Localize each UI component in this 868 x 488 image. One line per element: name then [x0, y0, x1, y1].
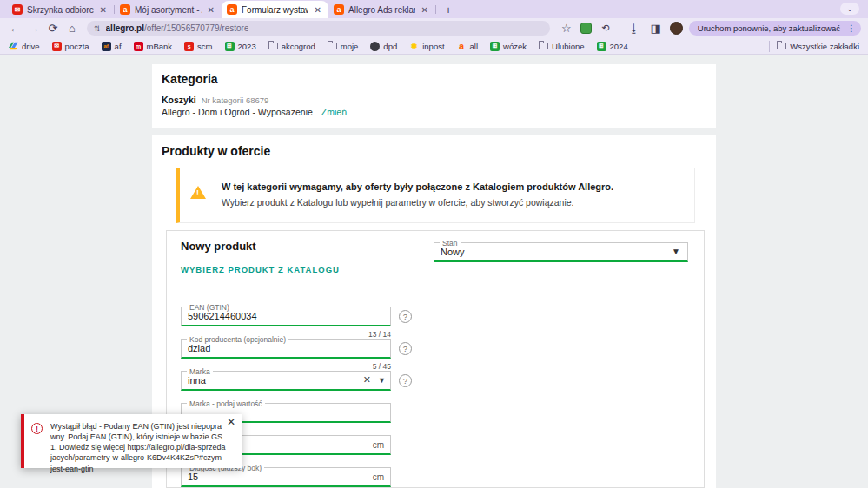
- bookmark-inpost[interactable]: ✹ inpost: [409, 42, 444, 51]
- products-title: Produkty w ofercie: [162, 144, 270, 158]
- tab-close-icon[interactable]: ✕: [313, 5, 323, 15]
- category-card: Kategoria KoszykiNr kategorii 68679 Alle…: [152, 64, 716, 128]
- site-settings-icon[interactable]: ⇅: [94, 24, 101, 33]
- category-number: Nr kategorii 68679: [202, 96, 269, 105]
- error-toast: ! Wystąpił błąd - Podany EAN (GTIN) jest…: [21, 414, 242, 468]
- drive-icon: [9, 42, 18, 51]
- tab-close-icon[interactable]: ✕: [98, 5, 109, 15]
- bookmark-ulubione[interactable]: Ulubione: [539, 42, 585, 51]
- tab-allegro-ads[interactable]: a Allegro Ads reklama Twoich o ✕: [328, 1, 435, 18]
- manufacturer-code-help-icon[interactable]: ?: [399, 342, 412, 355]
- select-from-catalog-link[interactable]: WYBIERZ PRODUKT Z KATALOGU: [181, 265, 340, 274]
- tab-title: Skrzynka odbiorcza - Poczta: [27, 5, 94, 15]
- tab-close-icon[interactable]: ✕: [420, 5, 430, 15]
- tab-close-icon[interactable]: ✕: [206, 5, 216, 15]
- bookmark-label: moje: [341, 42, 359, 51]
- tab-title: Allegro Ads reklama Twoich o: [348, 5, 415, 15]
- dpd-icon: [370, 42, 380, 51]
- bookmark-2023[interactable]: ⊞ 2023: [225, 42, 256, 51]
- bookmark-label: akcogrod: [282, 42, 315, 51]
- af-icon: af: [102, 42, 111, 51]
- address-bar[interactable]: ⇅ allegro.pl/offer/15056570779/restore: [87, 21, 550, 36]
- folder-icon: [328, 42, 337, 51]
- tab-search-button[interactable]: ⌄: [840, 3, 859, 15]
- brand-combobox[interactable]: Marka inna ✕ ▼: [181, 371, 391, 391]
- warning-triangle-icon: [190, 186, 206, 199]
- warning-text: Wybierz produkt z Katalogu lub wypełnij …: [222, 197, 574, 208]
- brand-custom-value-label: Marka - podaj wartość: [187, 399, 265, 408]
- forward-icon[interactable]: →: [26, 21, 42, 36]
- clear-icon[interactable]: ✕: [363, 374, 371, 386]
- new-tab-button[interactable]: +: [441, 3, 455, 16]
- tab-offer-form-active[interactable]: a Formularz wystawiania ✕: [222, 1, 328, 18]
- extensions-puzzle-icon[interactable]: ⟲: [598, 21, 613, 36]
- brand-combo-icons: ✕ ▼: [363, 374, 386, 386]
- browser-window: ✉ Skrzynka odbiorcza - Poczta ✕ a Mój as…: [0, 0, 868, 488]
- home-icon[interactable]: ⌂: [64, 21, 80, 36]
- bookmark-2024[interactable]: ⊞ 2024: [597, 42, 628, 51]
- category-path-row: Allegro - Dom i Ogród - WyposażenieZmień: [162, 107, 347, 117]
- url-path: /offer/15056570779/restore: [144, 23, 248, 33]
- folder-icon: [777, 42, 786, 51]
- manufacturer-code-field[interactable]: Kod producenta (opcjonalnie) dziad: [181, 339, 391, 359]
- bookmark-moje[interactable]: moje: [328, 42, 359, 51]
- tab-inbox[interactable]: ✉ Skrzynka odbiorcza - Poczta ✕: [7, 1, 114, 18]
- bookmark-af[interactable]: af af: [102, 42, 122, 51]
- bookmark-wozek[interactable]: ⊞ wózek: [490, 42, 527, 51]
- extension-icon[interactable]: [580, 23, 592, 34]
- reload-icon[interactable]: ⟳: [45, 21, 61, 36]
- change-category-link[interactable]: Zmień: [321, 107, 347, 117]
- ean-field[interactable]: EAN (GTIN) 5906214460034: [181, 307, 391, 326]
- bookmark-akcogrod[interactable]: akcogrod: [268, 42, 315, 51]
- relaunch-to-update-button[interactable]: Uruchom ponownie, aby zaktualizować: [689, 21, 845, 36]
- tab-assortment[interactable]: a Mój asortyment - Allegro ✕: [115, 1, 222, 18]
- unit-suffix: cm: [373, 440, 384, 450]
- bookmark-label: Ulubione: [552, 42, 585, 51]
- bookmark-scm[interactable]: s scm: [184, 42, 212, 51]
- all-bookmarks-button[interactable]: Wszystkie zakładki: [777, 42, 859, 51]
- bookmarks-right: Wszystkie zakładki: [769, 41, 859, 52]
- bookmark-label: all: [470, 42, 479, 51]
- bookmark-star-icon[interactable]: ☆: [559, 21, 574, 36]
- brand-help-icon[interactable]: ?: [399, 374, 412, 387]
- allegro-favicon-icon: a: [120, 4, 130, 15]
- allegro-favicon-icon: a: [227, 4, 237, 15]
- tab-title: Formularz wystawiania: [242, 5, 308, 15]
- bookmark-mbank[interactable]: m mBank: [134, 42, 173, 51]
- sheets-icon: ⊞: [490, 42, 500, 51]
- tab-separator: [435, 5, 436, 14]
- inpost-icon: ✹: [409, 42, 419, 51]
- bookmark-label: poczta: [65, 42, 89, 51]
- bookmark-label: inpost: [422, 42, 444, 51]
- bookmark-label: 2023: [238, 42, 256, 51]
- bookmark-dpd[interactable]: dpd: [370, 42, 397, 51]
- chevron-down-icon[interactable]: ▼: [672, 247, 680, 256]
- back-icon[interactable]: ←: [7, 21, 23, 36]
- side-panel-icon[interactable]: ◨: [648, 21, 664, 36]
- bookmark-all[interactable]: a all: [457, 42, 479, 51]
- warning-bold-text: W tej kategorii wymagamy, aby oferty był…: [222, 181, 613, 192]
- bookmark-poczta[interactable]: ✉ poczta: [52, 42, 89, 51]
- toast-close-icon[interactable]: ✕: [227, 416, 235, 428]
- profile-avatar[interactable]: [670, 22, 683, 35]
- chevron-down-icon[interactable]: ▼: [378, 374, 386, 386]
- mbank-icon: m: [134, 42, 143, 51]
- mail-favicon-icon: ✉: [12, 4, 23, 15]
- bookmark-drive[interactable]: drive: [9, 42, 40, 51]
- toolbar-right: ☆ ⟲ ⭳ ◨ Uruchom ponownie, aby zaktualizo…: [559, 21, 861, 36]
- url-host: allegro.pl: [106, 23, 144, 33]
- ean-help-icon[interactable]: ?: [399, 310, 412, 323]
- bookmark-label: wózek: [503, 42, 527, 51]
- category-name: Koszyki: [162, 95, 196, 105]
- downloads-icon[interactable]: ⭳: [626, 21, 642, 36]
- error-icon: !: [31, 423, 43, 434]
- condition-select[interactable]: Stan Nowy ▼: [434, 242, 688, 262]
- category-name-row: KoszykiNr kategorii 68679: [162, 95, 268, 105]
- catalog-warning-box: W tej kategorii wymagamy, aby oferty był…: [176, 168, 695, 223]
- bookmarks-divider: [769, 41, 770, 52]
- manufacturer-code-value: dziad: [188, 343, 210, 353]
- unit-suffix: cm: [373, 472, 384, 482]
- tab-strip: ✉ Skrzynka odbiorcza - Poczta ✕ a Mój as…: [0, 0, 868, 18]
- all-bookmarks-label: Wszystkie zakładki: [790, 42, 859, 51]
- chrome-menu-icon[interactable]: ⋮: [845, 21, 861, 36]
